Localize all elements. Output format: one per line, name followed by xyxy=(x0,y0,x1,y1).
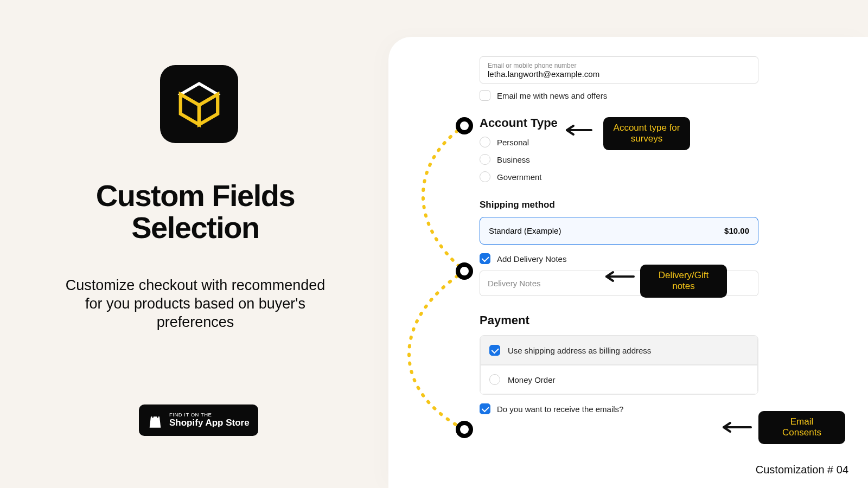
callout-email: Email Consents xyxy=(758,411,845,444)
account-radio-government[interactable] xyxy=(480,171,490,182)
callout-delivery-line2: notes xyxy=(672,281,695,291)
bullet-email-consent xyxy=(456,421,473,438)
emails-consent-checkbox[interactable] xyxy=(480,403,490,414)
account-label-personal: Personal xyxy=(497,138,529,147)
headline-line2: Selection xyxy=(131,210,259,245)
email-label: Email or mobile phone number xyxy=(488,62,750,69)
headline-line1: Custom Fields xyxy=(96,178,295,213)
billing-same-checkbox[interactable] xyxy=(489,345,500,356)
bullet-delivery-notes xyxy=(456,262,473,280)
news-checkbox[interactable] xyxy=(480,90,490,101)
billing-same-label: Use shipping address as billing address xyxy=(508,346,651,355)
caption-customization-number: Customization # 04 xyxy=(756,464,848,476)
app-icon xyxy=(160,65,238,143)
cube-icon xyxy=(175,80,224,129)
email-value: letha.langworth@example.com xyxy=(488,69,750,79)
shipping-heading: Shipping method xyxy=(480,200,758,210)
svg-marker-0 xyxy=(181,84,218,105)
badge-preline: FIND IT ON THE xyxy=(169,412,250,418)
account-label-government: Government xyxy=(497,172,542,182)
money-order-label: Money Order xyxy=(508,375,556,384)
emails-consent-label: Do you want to receive the emails? xyxy=(497,404,623,414)
callout-delivery-line1: Delivery/Gift xyxy=(659,270,709,280)
delivery-notes-label: Add Delivery Notes xyxy=(497,254,566,264)
shopify-bag-icon xyxy=(148,412,163,429)
callout-delivery: Delivery/Gift notes xyxy=(640,265,727,298)
email-field[interactable]: Email or mobile phone number letha.langw… xyxy=(480,56,758,84)
account-radio-personal[interactable] xyxy=(480,137,490,147)
callout-account-type: Account type for surveys xyxy=(603,117,690,150)
callout-account-line2: surveys xyxy=(631,133,663,144)
callout-email-line2: Consents xyxy=(782,427,821,438)
account-radio-business[interactable] xyxy=(480,154,490,165)
page-title: Custom Fields Selection xyxy=(43,180,347,244)
shopify-app-store-badge[interactable]: FIND IT ON THE Shopify App Store xyxy=(139,404,258,436)
shipping-price: $10.00 xyxy=(724,226,749,235)
svg-rect-4 xyxy=(205,107,212,114)
callout-email-line1: Email xyxy=(790,416,814,427)
news-label: Email me with news and offers xyxy=(497,91,607,100)
payment-option-money-order[interactable]: Money Order xyxy=(480,365,758,394)
payment-heading: Payment xyxy=(480,313,758,328)
callout-account-line1: Account type for xyxy=(614,123,680,133)
payment-option-same-billing[interactable]: Use shipping address as billing address xyxy=(480,336,758,365)
badge-main: Shopify App Store xyxy=(169,418,250,428)
delivery-notes-checkbox[interactable] xyxy=(480,253,490,264)
account-label-business: Business xyxy=(497,155,530,164)
svg-rect-3 xyxy=(187,107,194,114)
money-order-radio[interactable] xyxy=(489,374,500,385)
shipping-option-standard[interactable]: Standard (Example) $10.00 xyxy=(480,217,758,245)
page-subhead: Customize checkout with recommended for … xyxy=(65,277,326,331)
bullet-account-type xyxy=(456,117,473,134)
shipping-name: Standard (Example) xyxy=(489,226,561,235)
